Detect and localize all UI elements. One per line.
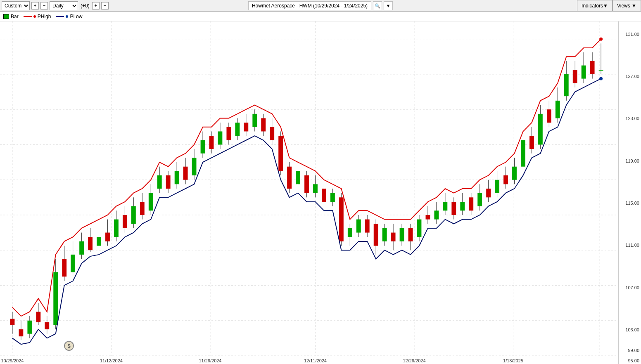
legend-plow: PLow (56, 14, 82, 19)
dropdown-button[interactable]: ▼ (384, 1, 393, 10)
legend-bar: Bar (3, 14, 19, 19)
views-button[interactable]: Views ▼ (613, 0, 641, 12)
phigh-dot-icon (33, 15, 36, 18)
x-label-1112: 11/12/2024 (100, 358, 123, 363)
chart-title: Howmet Aerospace - HWM (10/29/2024 - 1/2… (248, 1, 371, 10)
chart-canvas (0, 21, 641, 364)
bar-label: Bar (11, 14, 19, 19)
search-button[interactable]: 🔍 (373, 1, 382, 10)
period-select[interactable]: Daily Weekly Monthly (50, 1, 78, 10)
y-label-103: 103.00 (625, 327, 639, 332)
y-label-95: 95.00 (628, 358, 639, 363)
dollar-icon: $ (64, 341, 74, 351)
x-label-1226: 12/26/2024 (403, 358, 425, 363)
style-add-button[interactable]: + (31, 2, 39, 9)
offset-add-button[interactable]: + (92, 2, 100, 9)
phigh-label: PHigh (38, 14, 51, 19)
y-label-111: 111.00 (625, 243, 639, 248)
chart-legend: Bar PHigh PLow (0, 12, 641, 21)
y-label-123: 123.00 (625, 116, 639, 121)
legend-phigh: PHigh (24, 14, 51, 19)
plow-label: PLow (70, 14, 82, 19)
x-label-1029: 10/29/2024 (1, 358, 24, 363)
offset-label: (+0) (80, 3, 90, 9)
y-label-131: 131.00 (625, 32, 639, 37)
y-label-99: 99.00 (628, 348, 639, 353)
y-axis: 131.00 127.00 123.00 119.00 115.00 111.0… (618, 21, 641, 364)
y-label-115: 115.00 (625, 201, 639, 206)
x-label-0113: 1/13/2025 (503, 358, 523, 363)
offset-remove-button[interactable]: − (101, 2, 109, 9)
x-label-1126: 11/26/2024 (199, 358, 221, 363)
y-label-119: 119.00 (625, 158, 639, 163)
plow-line-icon (56, 16, 64, 17)
phigh-line-icon (24, 16, 32, 17)
y-label-107: 107.00 (625, 285, 639, 290)
indicators-button[interactable]: Indicators▼ (577, 0, 613, 12)
style-select[interactable]: Custom Bar Candle Line (2, 1, 30, 10)
x-axis: 10/29/2024 11/12/2024 11/26/2024 12/11/2… (0, 356, 618, 364)
bar-icon (3, 14, 9, 19)
style-remove-button[interactable]: − (40, 2, 48, 9)
x-label-1211: 12/11/2024 (304, 358, 327, 363)
plow-dot-icon (66, 15, 68, 18)
y-label-127: 127.00 (625, 74, 639, 79)
chart-area[interactable]: 131.00 127.00 123.00 119.00 115.00 111.0… (0, 21, 641, 364)
